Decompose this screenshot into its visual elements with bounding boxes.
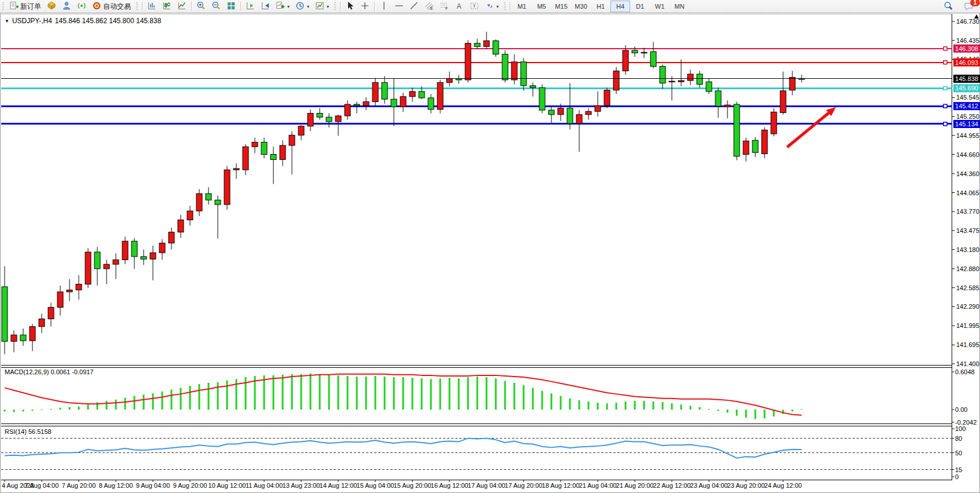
svg-text:21 Aug 20:00: 21 Aug 20:00 [616,482,654,489]
level-handle [944,104,947,108]
text-label-button[interactable]: T [467,0,482,13]
text-button[interactable]: A [452,0,467,13]
fibonacci-icon: F [440,1,449,12]
chat-badge: 1 [970,0,980,6]
timeframe-button-M30[interactable]: M30 [571,1,591,12]
timeframe-button-MN[interactable]: MN [670,1,689,12]
svg-text:144.660: 144.660 [956,151,979,158]
timeframe-button-D1[interactable]: D1 [630,1,650,12]
timeframe-button-M1[interactable]: M1 [512,1,532,12]
horizontal-line-button[interactable] [392,0,407,13]
crosshair-button[interactable] [357,0,372,13]
price-badge-146.093: 146.093 [953,59,980,67]
new-order-label: 新订单 [20,2,41,12]
line-chart-button[interactable] [174,0,189,13]
svg-text:13 Aug 23:00: 13 Aug 23:00 [283,482,320,489]
chart-window: ▼ USDJPY-,H4 145.846 145.862 145.800 145… [0,13,980,493]
svg-text:8 Aug 12:00: 8 Aug 12:00 [99,482,133,489]
new-order-button[interactable]: 新订单 [6,0,44,13]
dropdown-caret-icon: ▾ [496,4,499,9]
title-collapse-icon[interactable]: ▼ [5,19,9,24]
cursor-button[interactable] [342,0,357,13]
svg-text:24 Aug 12:00: 24 Aug 12:00 [765,482,802,489]
text-icon: A [455,1,464,12]
add-indicator-button[interactable]: ▾ [273,0,292,13]
algo-trading-icon [92,1,101,12]
timeframe-button-M5[interactable]: M5 [532,1,551,12]
data-window-button[interactable] [59,0,74,13]
template-button[interactable]: ▾ [312,0,332,13]
zoom-in-button[interactable] [193,0,209,13]
periods-button[interactable]: ▾ [292,0,312,13]
svg-text:145.545: 145.545 [956,94,979,101]
svg-text:F: F [445,6,448,10]
svg-text:E: E [430,6,433,10]
algo-trading-label: 自动交易 [103,2,131,12]
svg-text:144.955: 144.955 [956,132,979,139]
svg-text:23 Aug 20:00: 23 Aug 20:00 [727,482,765,489]
horizontal-line-icon [394,1,404,12]
candlestick-chart-icon [162,1,171,12]
candlestick-chart-button[interactable] [159,0,174,13]
svg-text:7 Aug 20:00: 7 Aug 20:00 [62,482,96,489]
svg-text:22 Aug 12:00: 22 Aug 12:00 [653,482,691,489]
svg-text:142.585: 142.585 [956,284,979,291]
svg-text:100: 100 [955,425,966,432]
svg-text:145.250: 145.250 [956,113,979,120]
signals-button[interactable] [74,0,89,13]
timeframe-button-H1[interactable]: H1 [591,1,610,12]
zoom-out-button[interactable] [209,0,224,13]
chart-canvas[interactable]: 146.730146.435146.140145.545145.250144.9… [0,13,980,493]
svg-text:7 Aug 04:00: 7 Aug 04:00 [25,482,59,489]
zoom-in-icon [196,1,206,12]
svg-text:10 Aug 12:00: 10 Aug 12:00 [209,482,246,489]
svg-text:9 Aug 20:00: 9 Aug 20:00 [173,482,207,489]
shapes-button[interactable]: ▾ [482,0,502,13]
mt4-window: 新订单 自动交易 [0,0,980,493]
price-badge-145.134: 145.134 [953,120,980,128]
chart-shift-button[interactable] [258,0,273,13]
vertical-line-icon [379,1,389,12]
timeframe-button-W1[interactable]: W1 [650,1,670,12]
dropdown-caret-icon: ▾ [327,4,329,9]
svg-text:0: 0 [955,473,959,480]
trendline-button[interactable] [407,0,422,13]
auto-scroll-button[interactable] [243,0,258,13]
svg-text:141.400: 141.400 [956,360,979,367]
market-watch-button[interactable] [44,0,59,13]
add-indicator-icon [276,1,285,12]
svg-text:146.435: 146.435 [956,37,979,44]
level-handle [944,122,947,126]
toolbar-grip[interactable] [135,2,139,11]
dropdown-caret-icon: ▾ [287,4,290,9]
timeframe-button-H4[interactable]: H4 [610,1,630,12]
svg-text:15 Aug 04:00: 15 Aug 04:00 [357,482,394,489]
svg-text:0.00: 0.00 [955,406,967,413]
svg-text:11 Aug 04:00: 11 Aug 04:00 [246,482,283,489]
toolbar-grip[interactable] [333,2,337,11]
main-toolbar: 新订单 自动交易 [0,0,980,13]
equidistant-channel-button[interactable]: E [422,0,437,13]
tile-windows-button[interactable] [224,0,239,13]
toolbar-grip[interactable] [1,2,5,11]
svg-text:14 Aug 12:00: 14 Aug 12:00 [320,482,357,489]
search-icon [944,1,953,13]
equidistant-channel-icon: E [425,1,434,12]
svg-text:146.308: 146.308 [955,45,978,52]
toolbar-grip[interactable] [503,2,507,11]
vertical-line-button[interactable] [376,0,392,13]
zoom-out-icon [211,1,221,12]
chart-title: ▼ USDJPY-,H4 145.846 145.862 145.800 145… [5,17,161,25]
market-watch-icon [47,1,56,12]
price-badge-145.690: 145.690 [953,84,980,92]
svg-text:17 Aug 04:00: 17 Aug 04:00 [468,482,506,489]
chat-button[interactable]: 1 [961,1,977,13]
svg-text:145.412: 145.412 [955,103,978,109]
bar-chart-button[interactable] [144,0,159,13]
search-button[interactable] [941,1,956,13]
algo-trading-button[interactable]: 自动交易 [89,0,134,13]
signal-icon [77,1,86,12]
timeframe-button-M15[interactable]: M15 [551,1,571,12]
fibonacci-button[interactable]: F [437,0,452,13]
trendline-icon [409,1,419,12]
